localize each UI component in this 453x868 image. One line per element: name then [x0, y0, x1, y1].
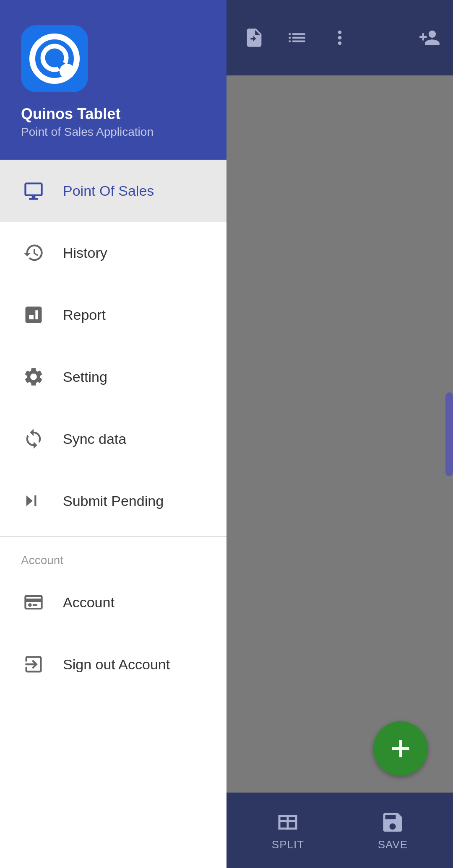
sidebar: Quinos Tablet Point of Sales Application…: [0, 0, 226, 868]
sidebar-item-setting[interactable]: Setting: [0, 346, 226, 408]
svg-rect-3: [34, 495, 36, 506]
sidebar-header: Quinos Tablet Point of Sales Application: [0, 0, 226, 160]
app-title: Quinos Tablet: [21, 105, 206, 123]
app-subtitle: Point of Sales Application: [21, 125, 206, 139]
submit-pending-label: Submit Pending: [63, 493, 164, 509]
account-card-icon: [21, 590, 46, 615]
sidebar-item-report[interactable]: Report: [0, 284, 226, 346]
bar-chart-icon: [21, 302, 46, 327]
svg-point-1: [58, 62, 66, 70]
list-button[interactable]: [282, 23, 312, 53]
send-icon: [21, 488, 46, 513]
section-divider: [0, 536, 226, 537]
sync-icon: [21, 426, 46, 451]
sign-out-icon: [21, 652, 46, 677]
nav-list: Point Of Sales History Report: [0, 160, 226, 868]
new-document-button[interactable]: [239, 23, 269, 53]
more-button[interactable]: [325, 23, 355, 53]
fab-add-button[interactable]: [373, 721, 428, 776]
sync-data-label: Sync data: [63, 431, 126, 447]
svg-marker-2: [26, 495, 33, 506]
sidebar-item-account[interactable]: Account: [0, 571, 226, 633]
gear-icon: [21, 364, 46, 389]
right-panel: SPLIT SAVE: [226, 0, 453, 868]
setting-label: Setting: [63, 369, 107, 385]
header-icons-left: [239, 23, 355, 53]
scroll-indicator[interactable]: [445, 392, 453, 476]
sidebar-item-submit-pending[interactable]: Submit Pending: [0, 470, 226, 532]
split-label: SPLIT: [272, 838, 304, 851]
save-label: SAVE: [378, 838, 408, 851]
svg-rect-5: [33, 604, 37, 606]
sidebar-item-point-of-sales[interactable]: Point Of Sales: [0, 160, 226, 222]
history-icon: [21, 240, 46, 265]
account-label: Account: [63, 594, 115, 611]
svg-point-0: [43, 46, 66, 70]
sidebar-item-sign-out[interactable]: Sign out Account: [0, 633, 226, 695]
app-info: Quinos Tablet Point of Sales Application: [21, 105, 206, 139]
svg-point-4: [28, 603, 32, 607]
add-person-button[interactable]: [419, 27, 440, 49]
sidebar-item-history[interactable]: History: [0, 222, 226, 284]
right-header: [226, 0, 453, 75]
save-button[interactable]: SAVE: [361, 806, 424, 855]
history-label: History: [63, 245, 107, 261]
app-logo: [21, 25, 88, 92]
point-of-sales-label: Point Of Sales: [63, 183, 154, 199]
report-label: Report: [63, 307, 106, 323]
split-button[interactable]: SPLIT: [255, 806, 321, 855]
header-icons-right: [419, 27, 440, 49]
sign-out-label: Sign out Account: [63, 656, 170, 673]
account-section-label: Account: [0, 541, 226, 571]
sidebar-item-sync-data[interactable]: Sync data: [0, 408, 226, 470]
bottom-toolbar: SPLIT SAVE: [226, 793, 453, 868]
right-content: [226, 75, 453, 793]
app-logo-inner: [29, 34, 80, 84]
monitor-icon: [21, 178, 46, 203]
